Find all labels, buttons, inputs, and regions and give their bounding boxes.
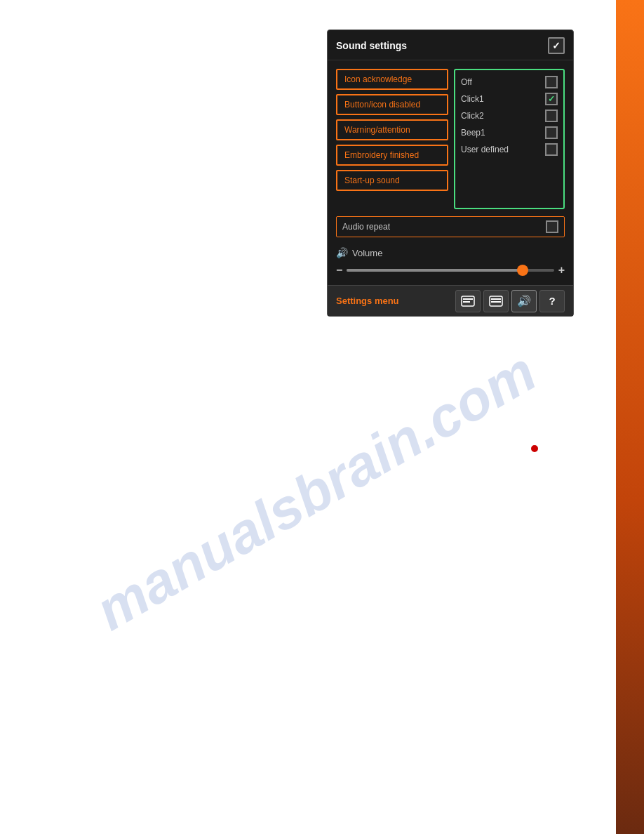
sound-options-panel: Off Click1 ✓ Click2 Beep1: [454, 69, 565, 209]
option-checkbox-user-defined[interactable]: [545, 143, 558, 156]
volume-section: 🔊 Volume − +: [336, 247, 565, 277]
confirm-checkmark: ✓: [552, 40, 561, 51]
toolbar-btn-sound[interactable]: 🔊: [511, 290, 537, 312]
option-label-off: Off: [461, 77, 541, 87]
option-row-click2: Click2: [461, 110, 558, 122]
category-list: Icon acknowledge Button/icon disabled Wa…: [336, 69, 448, 209]
settings2-icon: [489, 296, 503, 307]
option-checkbox-click2[interactable]: [545, 110, 558, 122]
volume-minus-button[interactable]: −: [336, 264, 342, 277]
volume-slider-track[interactable]: [347, 269, 554, 272]
audio-repeat-label: Audio repeat: [342, 222, 390, 232]
arrow-indicator: [531, 445, 538, 452]
option-label-user-defined: User defined: [461, 145, 541, 154]
category-btn-button-icon-disabled[interactable]: Button/icon disabled: [336, 94, 448, 115]
volume-plus-button[interactable]: +: [558, 264, 565, 277]
toolbar-btn-help[interactable]: ?: [539, 290, 565, 312]
dialog-body: Icon acknowledge Button/icon disabled Wa…: [328, 60, 573, 285]
option-row-user-defined: User defined: [461, 143, 558, 156]
option-row-click1: Click1 ✓: [461, 93, 558, 105]
watermark-text: manualsbrain.com: [83, 336, 549, 647]
option-checkbox-beep1[interactable]: [545, 126, 558, 139]
volume-slider-fill: [347, 269, 523, 272]
toolbar-label: Settings menu: [336, 296, 455, 306]
category-btn-embroidery-finished[interactable]: Embroidery finished: [336, 145, 448, 166]
option-row-off: Off: [461, 76, 558, 88]
check-inner-click1: ✓: [548, 94, 555, 104]
option-label-beep1: Beep1: [461, 128, 541, 138]
settings1-icon: [461, 296, 475, 307]
svg-rect-2: [463, 301, 470, 303]
dialog-confirm-button[interactable]: ✓: [548, 37, 565, 54]
audio-repeat-row: Audio repeat: [336, 216, 565, 237]
settings-layout: Icon acknowledge Button/icon disabled Wa…: [336, 69, 565, 209]
volume-control-row: − +: [336, 264, 565, 277]
svg-rect-1: [463, 298, 473, 300]
category-btn-start-up-sound[interactable]: Start-up sound: [336, 170, 448, 191]
help-icon: ?: [549, 295, 555, 307]
category-btn-warning-attention[interactable]: Warning/attention: [336, 119, 448, 140]
watermark: manualsbrain.com: [70, 281, 561, 702]
svg-rect-5: [491, 301, 501, 303]
bottom-toolbar: Settings menu 🔊 ?: [328, 285, 573, 316]
volume-text: Volume: [352, 248, 382, 258]
category-btn-icon-acknowledge[interactable]: Icon acknowledge: [336, 69, 448, 90]
sound-settings-dialog: Sound settings ✓ Icon acknowledge Button…: [327, 29, 574, 317]
option-checkbox-off[interactable]: [545, 76, 558, 88]
option-label-click1: Click1: [461, 94, 541, 104]
option-checkbox-click1[interactable]: ✓: [545, 93, 558, 105]
toolbar-btn-settings2[interactable]: [483, 290, 509, 312]
volume-label-row: 🔊 Volume: [336, 247, 565, 258]
volume-icon: 🔊: [336, 247, 348, 258]
volume-slider-thumb[interactable]: [517, 265, 528, 276]
dialog-title: Sound settings: [336, 40, 407, 51]
toolbar-btn-settings1[interactable]: [455, 290, 481, 312]
right-sidebar: [616, 0, 644, 834]
dialog-titlebar: Sound settings ✓: [328, 30, 573, 60]
toolbar-buttons: 🔊 ?: [455, 290, 565, 312]
sound-icon: 🔊: [517, 294, 531, 307]
option-row-beep1: Beep1: [461, 126, 558, 139]
svg-rect-4: [491, 298, 501, 300]
option-label-click2: Click2: [461, 111, 541, 121]
audio-repeat-checkbox[interactable]: [546, 220, 558, 233]
